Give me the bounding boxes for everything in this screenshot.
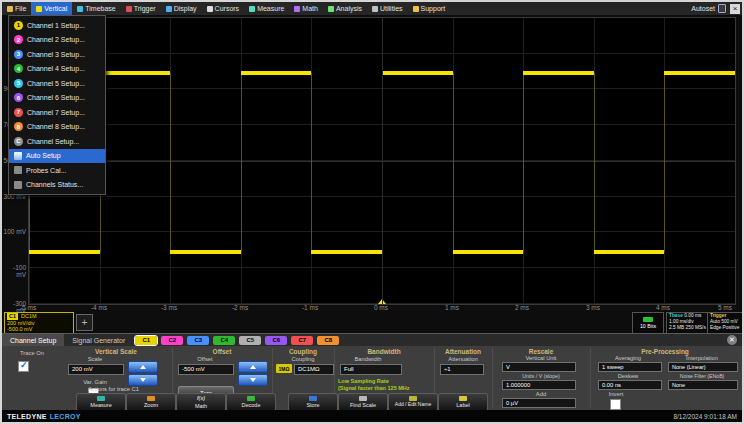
attenuation-field[interactable]: ÷1 [440, 364, 484, 375]
measure-button[interactable]: Measure [76, 393, 126, 411]
trigger-icon [126, 6, 132, 12]
channel-chip-c6[interactable]: C6 [265, 336, 287, 345]
noise-filter-field[interactable]: None [668, 380, 738, 390]
trace-on-checkbox[interactable] [18, 361, 29, 372]
timebase-icon [77, 6, 83, 12]
offset-down-button[interactable] [238, 374, 268, 386]
x-axis-label: -5 ms [13, 304, 43, 311]
menu-item-channels-status[interactable]: Channels Status... [9, 178, 105, 193]
channel-chip-c2[interactable]: C2 [161, 336, 183, 345]
menu-item-timebase[interactable]: Timebase [72, 2, 120, 15]
coupling-field[interactable]: DC1MΩ [294, 364, 334, 375]
channel-5-icon: 5 [14, 79, 23, 88]
add-field[interactable]: 0 µV [502, 398, 576, 408]
find-scale-button[interactable]: Find Scale [338, 393, 388, 411]
bandwidth-field[interactable]: Full [340, 364, 402, 375]
button-label: Decode [242, 402, 261, 408]
menu-item-channel-5-setup[interactable]: 5Channel 5 Setup... [9, 76, 105, 91]
menu-item-measure[interactable]: Measure [244, 2, 289, 15]
adc-bits-label: 10 Bits [640, 323, 656, 329]
zoom-button[interactable]: Zoom [126, 393, 176, 411]
x-axis-label: 0 ms [366, 304, 396, 311]
analysis-icon [328, 6, 334, 12]
menu-item-channel-3-setup[interactable]: 3Channel 3 Setup... [9, 47, 105, 62]
probe-icon [14, 166, 22, 174]
menu-item-probes-cal[interactable]: Probes Cal... [9, 163, 105, 178]
add-trace-button[interactable]: + [76, 314, 93, 331]
x-axis-label: -1 ms [295, 304, 325, 311]
dialog-close-button[interactable] [727, 335, 737, 345]
autoset-button[interactable]: Autoset [687, 2, 730, 15]
menu-item-channel-1-setup[interactable]: 1Channel 1 Setup... [9, 18, 105, 33]
channel-chip-c3[interactable]: C3 [187, 336, 209, 345]
item-label: Channel 7 Setup... [27, 109, 85, 116]
button-label: Store [306, 402, 319, 408]
oscilloscope-screen: File Vertical Timebase Trigger Display C… [0, 0, 744, 424]
channel-chip-c1[interactable]: C1 [135, 336, 157, 345]
menu-item-trigger[interactable]: Trigger [121, 2, 161, 15]
item-label: Channel 4 Setup... [27, 65, 85, 72]
tab-signal-generator[interactable]: Signal Generator [64, 334, 133, 346]
measure-icon [249, 6, 255, 12]
rescale-header: Rescale [494, 348, 588, 355]
x-axis-label: 5 ms [710, 304, 740, 311]
menu-item-utilities[interactable]: Utilities [367, 2, 408, 15]
trigger-descriptor[interactable]: Trigger Auto 500 mV Edge Positive [707, 312, 744, 334]
channel-chip-c5[interactable]: C5 [239, 336, 261, 345]
offset-up-button[interactable] [238, 361, 268, 373]
vertical-scale-header: Vertical Scale [62, 348, 170, 355]
c1-trace-descriptor[interactable]: C1DC1M 200 mV/div -500.0 mV [4, 312, 74, 334]
menu-item-display[interactable]: Display [161, 2, 202, 15]
status-bar: TELEDYNE LECROY 8/12/2024 9:01:18 AM [2, 410, 742, 422]
brand-teledyne: TELEDYNE [7, 413, 47, 420]
menu-item-channel-7-setup[interactable]: 7Channel 7 Setup... [9, 105, 105, 120]
label-button[interactable]: Label [438, 393, 488, 411]
channel-4-icon: 4 [14, 64, 23, 73]
math-button[interactable]: f(x)Math [176, 393, 226, 411]
averaging-field[interactable]: 1 sweep [598, 362, 662, 372]
button-label: Zoom [144, 402, 158, 408]
zoom-icon [147, 396, 155, 401]
bandwidth-header: Bandwidth [336, 348, 432, 355]
add-edit-name-button[interactable]: Add / Edit Name [388, 393, 438, 411]
menu-item-channel-4-setup[interactable]: 4Channel 4 Setup... [9, 62, 105, 77]
scale-down-button[interactable] [128, 374, 158, 386]
menu-item-channel-2-setup[interactable]: 2Channel 2 Setup... [9, 33, 105, 48]
menu-item-analysis[interactable]: Analysis [323, 2, 367, 15]
menu-item-channel-6-setup[interactable]: 6Channel 6 Setup... [9, 91, 105, 106]
waveform-graticule[interactable] [28, 17, 736, 305]
scale-up-button[interactable] [128, 361, 158, 373]
menu-item-vertical[interactable]: Vertical [31, 2, 72, 15]
channel-7-icon: 7 [14, 108, 23, 117]
x-axis-label: -3 ms [154, 304, 184, 311]
menu-item-auto-setup[interactable]: Auto Setup [9, 149, 105, 164]
vertical-unit-field[interactable]: V [502, 362, 576, 372]
menu-item-channel-setup[interactable]: CChannel Setup... [9, 134, 105, 149]
hd-mode-icon [643, 317, 653, 322]
brand-lecroy: LECROY [50, 413, 81, 420]
menu-item-cursors[interactable]: Cursors [202, 2, 245, 15]
menu-item-channel-8-setup[interactable]: 8Channel 8 Setup... [9, 120, 105, 135]
store-button[interactable]: Store [288, 393, 338, 411]
timebase-descriptor[interactable]: Tbase 0.00 ms 1.00 ms/div 2.5 MB 250 MS/… [666, 312, 710, 334]
window-close-icon[interactable] [730, 4, 740, 14]
menu-item-support[interactable]: Support [408, 2, 451, 15]
support-icon [413, 6, 419, 12]
invert-checkbox[interactable] [610, 399, 621, 410]
channel-chip-c4[interactable]: C4 [213, 336, 235, 345]
channel-chip-c8[interactable]: C8 [317, 336, 339, 345]
units-per-volt-field[interactable]: 1.000000 [502, 380, 576, 390]
menu-item-math[interactable]: Math [289, 2, 323, 15]
offset-field[interactable]: -500 mV [178, 364, 234, 375]
scale-field[interactable]: 200 mV [68, 364, 124, 375]
interpolation-field[interactable]: None (Linear) [668, 362, 738, 372]
item-label: Probes Cal... [26, 167, 66, 174]
channel-chip-c7[interactable]: C7 [291, 336, 313, 345]
tab-channel-setup[interactable]: Channel Setup [2, 334, 64, 346]
bandwidth-label: Bandwidth [338, 356, 398, 362]
units-per-volt-label: Units / V (slope) [494, 373, 588, 379]
menu-label: Support [421, 5, 446, 12]
utilities-icon [372, 6, 378, 12]
deskew-field[interactable]: 0.00 ns [598, 380, 662, 390]
decode-button[interactable]: Decode [226, 393, 276, 411]
